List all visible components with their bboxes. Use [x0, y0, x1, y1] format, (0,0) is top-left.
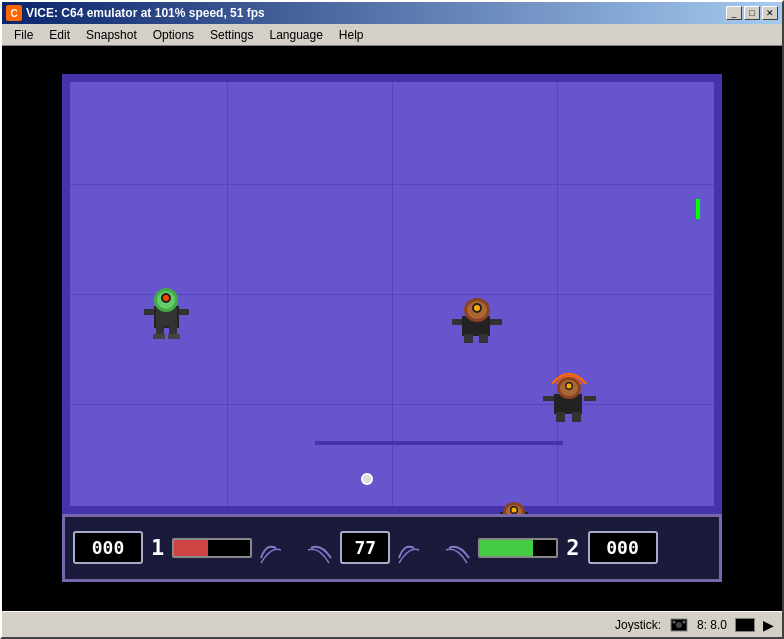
sprite-enemy2: [542, 364, 597, 424]
svg-rect-0: [696, 199, 700, 219]
svg-rect-12: [168, 334, 180, 339]
menu-snapshot[interactable]: Snapshot: [78, 26, 145, 44]
status-color-box: [735, 618, 755, 632]
svg-rect-19: [479, 334, 488, 343]
svg-rect-20: [452, 319, 462, 325]
menu-settings[interactable]: Settings: [202, 26, 261, 44]
player2-health-fill: [480, 540, 533, 556]
player1-number: 1: [147, 535, 168, 560]
window-title: VICE: C64 emulator at 101% speed, 51 fps: [26, 6, 265, 20]
player2-health-bar: [478, 538, 558, 558]
svg-point-26: [567, 383, 572, 388]
close-button[interactable]: ✕: [762, 6, 778, 20]
player2-number: 2: [562, 535, 583, 560]
menu-options[interactable]: Options: [145, 26, 202, 44]
title-bar-left: C VICE: C64 emulator at 101% speed, 51 f…: [6, 5, 265, 21]
content-area: 000 1 77: [2, 46, 782, 611]
menu-language[interactable]: Language: [261, 26, 330, 44]
svg-point-32: [363, 475, 371, 483]
svg-rect-11: [153, 334, 165, 339]
player1-health-fill: [174, 540, 208, 556]
maximize-button[interactable]: □: [744, 6, 760, 20]
sprite-enemy-bottom: [492, 504, 537, 514]
joystick-icon: [669, 617, 689, 633]
svg-rect-28: [572, 412, 581, 422]
sprite-enemy1: [452, 294, 502, 344]
game-screen: [62, 74, 722, 514]
svg-rect-9: [144, 309, 154, 315]
svg-rect-10: [179, 309, 189, 315]
svg-rect-18: [464, 334, 473, 343]
center-score: 77: [340, 531, 390, 564]
sprite-player1: [144, 284, 189, 339]
position-display: 8: 8.0: [697, 618, 727, 632]
wall-horizontal: [315, 441, 563, 445]
title-buttons: _ □ ✕: [726, 6, 778, 20]
sprite-item: [357, 469, 377, 489]
menu-help[interactable]: Help: [331, 26, 372, 44]
player1-lives: [256, 528, 336, 568]
title-bar: C VICE: C64 emulator at 101% speed, 51 f…: [2, 2, 782, 24]
player1-score: 000: [73, 531, 143, 564]
menu-file[interactable]: File: [6, 26, 41, 44]
svg-point-42: [672, 620, 675, 623]
game-display: 000 1 77: [62, 74, 722, 584]
svg-point-37: [512, 507, 517, 512]
player2-score: 000: [588, 531, 658, 564]
player1-health-bar: [172, 538, 252, 558]
player2-lives: [394, 528, 474, 568]
svg-point-6: [163, 295, 169, 301]
minimize-button[interactable]: _: [726, 6, 742, 20]
status-arrow-icon: ▶: [763, 617, 774, 633]
status-bar: Joystick: 8: 8.0 ▶: [2, 611, 782, 637]
svg-point-17: [474, 305, 480, 311]
svg-rect-29: [543, 396, 554, 401]
svg-point-41: [676, 622, 682, 628]
svg-point-43: [682, 620, 685, 623]
menu-edit[interactable]: Edit: [41, 26, 78, 44]
sprites-layer: [62, 74, 722, 514]
sprite-indicator: [694, 199, 702, 219]
app-icon: C: [6, 5, 22, 21]
svg-rect-21: [490, 319, 502, 325]
svg-rect-30: [584, 396, 596, 401]
svg-rect-27: [556, 412, 565, 422]
hud-bar: 000 1 77: [62, 514, 722, 582]
main-window: C VICE: C64 emulator at 101% speed, 51 f…: [0, 0, 784, 639]
menu-bar: File Edit Snapshot Options Settings Lang…: [2, 24, 782, 46]
joystick-label: Joystick:: [615, 618, 661, 632]
